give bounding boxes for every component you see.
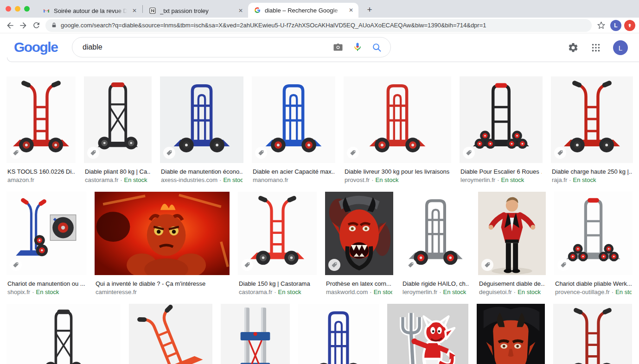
result-title[interactable]: Diable Pour Escalier 6 Roues ... [460, 168, 542, 176]
zoom-window-button[interactable] [24, 6, 30, 12]
result-thumbnail[interactable] [129, 304, 212, 364]
result-thumbnail[interactable] [252, 76, 335, 163]
result-thumbnail[interactable] [477, 304, 545, 364]
result-source[interactable]: manomano.fr [253, 176, 334, 184]
image-result-card[interactable]: Chariot de manutention ou ...shopix.fr·E… [6, 192, 86, 296]
result-source[interactable]: provence-outillage.fr·En stock [555, 288, 632, 296]
image-result-card[interactable] [6, 304, 121, 364]
result-source[interactable]: maskworld.com·En stock [326, 288, 392, 296]
result-title[interactable]: Diable en acier Capacité max... [253, 168, 334, 176]
close-tab-icon[interactable]: ✕ [237, 7, 244, 14]
result-title[interactable]: Déguisement diable de... [479, 280, 545, 288]
result-thumbnail[interactable] [238, 192, 317, 275]
cartoon-devil-illustration [387, 304, 468, 364]
result-thumbnail[interactable] [553, 304, 632, 364]
image-result-card[interactable]: KS TOOLS 160.0226 Di...amazon.fr [6, 76, 76, 184]
result-thumbnail[interactable] [554, 192, 633, 275]
result-thumbnail[interactable] [402, 192, 470, 275]
result-title[interactable]: Diable charge haute 250 kg |... [552, 168, 632, 176]
image-result-card[interactable] [298, 304, 379, 364]
extension-icon[interactable] [624, 20, 635, 31]
camera-search-icon[interactable] [332, 42, 344, 53]
product-tag-icon [466, 150, 472, 156]
result-thumbnail[interactable] [460, 76, 543, 163]
result-thumbnail[interactable] [387, 304, 468, 364]
search-input[interactable] [82, 43, 324, 52]
image-result-card[interactable]: Chariot diable pliable Werk...provence-o… [554, 192, 633, 296]
result-thumbnail[interactable] [6, 192, 86, 275]
search-icon[interactable] [371, 42, 382, 53]
search-box[interactable] [72, 37, 391, 57]
settings-gear-icon[interactable] [568, 42, 579, 53]
image-result-card[interactable]: Qui a inventé le diable ? - Ça m'intéres… [95, 192, 230, 296]
result-source[interactable]: castorama.fr·En stock [85, 176, 151, 184]
image-result-card[interactable]: Diable Pour Escalier 6 Roues ...leroymer… [460, 76, 543, 184]
result-domain: axess-industries.com [161, 176, 217, 183]
result-source[interactable]: amazon.fr [7, 176, 75, 184]
reload-button[interactable] [30, 19, 43, 32]
image-result-card[interactable] [477, 304, 545, 364]
result-thumbnail[interactable] [325, 192, 393, 275]
browser-profile-avatar[interactable]: L [610, 20, 621, 31]
result-title[interactable]: Diable rigide HAILO, ch... [403, 280, 469, 288]
result-title[interactable]: Chariot diable pliable Werk... [555, 280, 632, 288]
tab-google-search-active[interactable]: diable – Recherche Google ✕ [248, 3, 358, 18]
result-title[interactable]: Diable 150 kg | Castorama [239, 280, 316, 288]
result-title[interactable]: Chariot de manutention ou ... [7, 280, 85, 288]
google-logo[interactable]: Google [14, 39, 58, 55]
image-result-card[interactable]: Prothèse en latex corn...maskworld.com·E… [325, 192, 393, 296]
result-thumbnail[interactable] [221, 304, 290, 364]
result-title[interactable]: Diable de manutention écono... [161, 168, 243, 176]
forward-button[interactable] [17, 19, 30, 32]
result-source[interactable]: leroymerlin.fr·En stock [460, 176, 542, 184]
result-thumbnail[interactable] [478, 192, 546, 275]
result-title[interactable]: Diable livreur 300 kg pour les livraison… [345, 168, 450, 176]
result-thumbnail[interactable] [551, 76, 633, 163]
image-result-card[interactable] [221, 304, 290, 364]
image-result-card[interactable] [387, 304, 468, 364]
new-tab-button[interactable]: + [364, 5, 375, 15]
result-thumbnail[interactable] [84, 76, 152, 163]
close-tab-icon[interactable]: ✕ [131, 7, 138, 14]
result-title[interactable]: Qui a inventé le diable ? - Ça m'intéres… [96, 280, 229, 288]
result-thumbnail[interactable] [298, 304, 379, 364]
result-source[interactable]: castorama.fr·En stock [239, 288, 316, 296]
close-tab-icon[interactable]: ✕ [347, 6, 355, 14]
image-result-card[interactable]: Diable en acier Capacité max...manomano.… [252, 76, 335, 184]
address-bar[interactable]: google.com/search?q=diable&source=lnms&t… [45, 19, 592, 32]
result-thumbnail[interactable] [344, 76, 451, 163]
result-source[interactable]: axess-industries.com·En stock [161, 176, 243, 184]
minimize-window-button[interactable] [15, 6, 20, 12]
result-source[interactable]: leroymerlin.fr·En stock [403, 288, 469, 296]
result-thumbnail[interactable] [6, 304, 121, 364]
result-source[interactable]: deguisetoi.fr·En stock [479, 288, 545, 296]
result-source[interactable]: shopix.fr·En stock [7, 288, 85, 296]
result-source[interactable]: raja.fr·En stock [552, 176, 632, 184]
tab-gmail[interactable]: Soirée autour de la revue Défor ✕ [37, 4, 142, 18]
image-result-card[interactable]: Diable pliant 80 kg | Ca...castorama.fr·… [84, 76, 152, 184]
result-title[interactable]: Prothèse en latex corn... [326, 280, 392, 288]
image-result-card[interactable]: Diable de manutention écono...axess-indu… [160, 76, 243, 184]
image-result-card[interactable]: Diable 150 kg | Castoramacastorama.fr·En… [238, 192, 317, 296]
dot-separator: · [612, 289, 613, 295]
result-title[interactable]: Diable pliant 80 kg | Ca... [85, 168, 151, 176]
image-result-card[interactable]: Déguisement diable de...deguisetoi.fr·En… [478, 192, 546, 296]
image-result-card[interactable]: Diable livreur 300 kg pour les livraison… [344, 76, 451, 184]
close-window-button[interactable] [6, 6, 11, 12]
bookmark-button[interactable] [594, 19, 607, 32]
google-account-avatar[interactable]: L [613, 40, 628, 55]
image-result-card[interactable]: Diable charge haute 250 kg |...raja.fr·E… [551, 76, 633, 184]
image-result-card[interactable] [129, 304, 212, 364]
tab-notion[interactable]: _txt passion troley ✕ [143, 4, 248, 18]
result-thumbnail[interactable] [160, 76, 243, 163]
back-button[interactable] [4, 19, 17, 32]
result-title[interactable]: KS TOOLS 160.0226 Di... [7, 168, 75, 176]
result-source[interactable]: caminteresse.fr [96, 288, 229, 296]
google-apps-grid-icon[interactable] [591, 43, 601, 53]
voice-search-mic-icon[interactable] [352, 42, 363, 53]
result-thumbnail[interactable] [95, 192, 230, 275]
image-result-card[interactable] [553, 304, 632, 364]
result-source[interactable]: provost.fr·En stock [345, 176, 450, 184]
result-thumbnail[interactable] [6, 76, 76, 163]
image-result-card[interactable]: Diable rigide HAILO, ch...leroymerlin.fr… [402, 192, 470, 296]
